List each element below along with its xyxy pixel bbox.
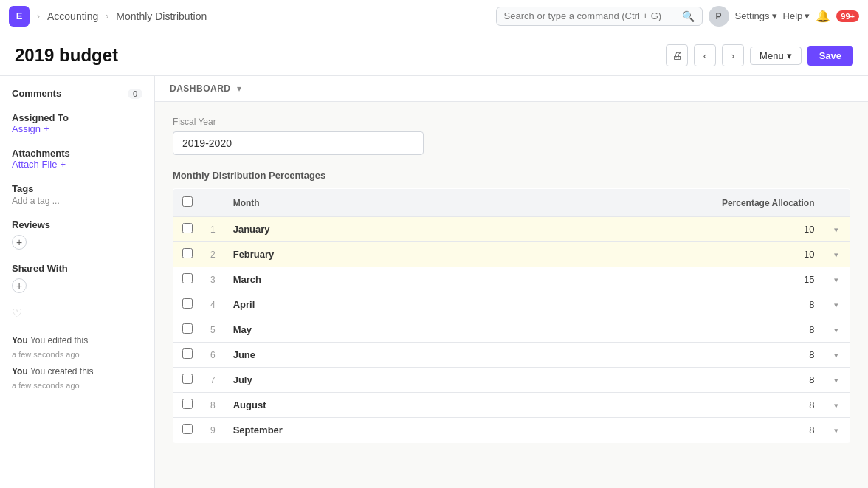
app-icon: E [9,6,30,27]
dashboard-label: DASHBOARD [170,83,231,94]
header-checkbox-col [173,189,202,217]
sidebar-heart-section: ♡ [12,306,142,320]
activity-edit: You You edited this [12,334,142,347]
row-month-1: February [224,242,451,267]
row-checkbox-3[interactable] [182,298,193,309]
row-dropdown-7[interactable]: ▾ [834,401,838,410]
print-button[interactable]: 🖨 [666,44,688,66]
page-title: 2019 budget [15,45,118,66]
table-row: 7 July 8 ▾ [173,368,850,393]
row-checkbox-col [173,242,202,267]
header-num-col [202,189,224,217]
breadcrumb-chevron-2: › [106,11,108,21]
sidebar-assigned-section: Assigned To Assign + [12,112,142,134]
row-action-3: ▾ [824,292,850,317]
row-dropdown-0[interactable]: ▾ [834,225,838,235]
row-checkbox-1[interactable] [182,248,193,258]
shared-with-label: Shared With [12,263,68,274]
row-action-5: ▾ [824,343,850,368]
menu-button[interactable]: Menu ▾ [750,47,802,65]
reviews-label: Reviews [12,219,50,230]
row-checkbox-col [173,368,202,393]
row-month-0: January [224,217,451,242]
row-checkbox-4[interactable] [182,323,193,334]
row-action-7: ▾ [824,393,850,418]
row-num-3: 4 [202,292,224,317]
row-checkbox-8[interactable] [182,424,193,434]
help-button[interactable]: Help ▾ [783,10,810,21]
search-icon: 🔍 [682,10,695,22]
sidebar-attachments-section: Attachments Attach File + [12,148,142,170]
row-checkbox-col [173,267,202,292]
row-pct-1: 10 [451,242,823,267]
notification-badge[interactable]: 99+ [836,10,859,22]
avatar[interactable]: P [709,6,729,27]
save-button[interactable]: Save [807,46,853,66]
sidebar-shared-section: Shared With + [12,263,142,293]
search-input[interactable] [504,10,678,21]
row-pct-6: 8 [451,368,823,393]
row-checkbox-0[interactable] [182,223,193,233]
breadcrumb-chevron-1: › [37,11,40,21]
header-month: Month [224,189,451,217]
row-month-6: July [224,368,451,393]
row-dropdown-6[interactable]: ▾ [834,376,838,385]
tags-placeholder[interactable]: Add a tag ... [12,196,60,206]
form-section: Fiscal Year [155,102,868,170]
table-row: 8 August 8 ▾ [173,393,850,418]
header-percentage: Percentage Allocation [451,189,823,217]
row-action-6: ▾ [824,368,850,393]
row-pct-0: 10 [451,217,823,242]
sidebar-activity-section: You You edited this a few seconds ago Yo… [12,334,142,390]
activity-create-time: a few seconds ago [12,381,142,390]
fiscal-year-input[interactable] [173,131,424,155]
row-num-0: 1 [202,217,224,242]
sidebar-comments-section: Comments 0 [12,88,142,99]
dashboard-bar: DASHBOARD ▾ [155,76,868,102]
row-dropdown-1[interactable]: ▾ [834,250,838,260]
row-dropdown-4[interactable]: ▾ [834,326,838,335]
search-bar: 🔍 [496,7,703,26]
row-action-0: ▾ [824,217,850,242]
row-month-8: September [224,418,451,443]
breadcrumb-monthly-distribution[interactable]: Monthly Distribution [116,10,207,22]
table-row: 1 January 10 ▾ [173,217,850,242]
forward-button[interactable]: › [722,44,744,66]
settings-button[interactable]: Settings ▾ [735,10,777,21]
row-num-7: 8 [202,393,224,418]
row-dropdown-8[interactable]: ▾ [834,426,838,436]
notification-icon: 🔔 [816,9,830,23]
heart-icon[interactable]: ♡ [12,307,22,320]
row-num-6: 7 [202,368,224,393]
comments-badge: 0 [128,89,142,99]
row-month-7: August [224,393,451,418]
row-dropdown-5[interactable]: ▾ [834,351,838,360]
row-checkbox-5[interactable] [182,348,193,359]
row-checkbox-col [173,217,202,242]
table-section: Monthly Distribution Percentages Month P… [155,170,868,458]
row-checkbox-6[interactable] [182,374,193,384]
row-dropdown-3[interactable]: ▾ [834,300,838,310]
table-title: Monthly Distribution Percentages [173,170,850,181]
row-checkbox-2[interactable] [182,273,193,283]
add-review-button[interactable]: + [12,235,27,250]
add-shared-button[interactable]: + [12,278,27,293]
dashboard-chevron[interactable]: ▾ [237,83,241,94]
row-pct-5: 8 [451,343,823,368]
attach-file-link[interactable]: Attach File + [12,159,142,170]
tags-label: Tags [12,183,142,194]
assign-link[interactable]: Assign + [12,123,142,134]
row-num-5: 6 [202,343,224,368]
row-pct-4: 8 [451,317,823,343]
row-action-2: ▾ [824,267,850,292]
breadcrumb-accounting[interactable]: Accounting [47,10,98,22]
row-checkbox-7[interactable] [182,399,193,409]
row-checkbox-col [173,343,202,368]
row-checkbox-col [173,418,202,443]
back-button[interactable]: ‹ [694,44,716,66]
row-dropdown-2[interactable]: ▾ [834,275,838,285]
table-row: 3 March 15 ▾ [173,267,850,292]
row-checkbox-col [173,393,202,418]
row-action-1: ▾ [824,242,850,267]
select-all-checkbox[interactable] [182,196,193,207]
